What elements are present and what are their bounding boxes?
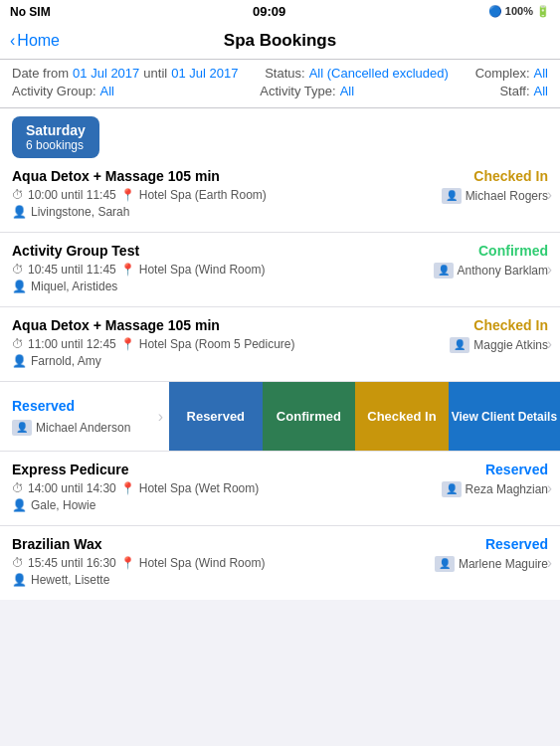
person-icon: 👤 (12, 280, 27, 293)
person-icon: 👤 (12, 205, 27, 219)
booking-item[interactable]: Express Pedicure ⏱ 14:00 until 14:30 📍 H… (0, 451, 560, 525)
booking-right: Reserved 👤 Marlene Maguire (409, 536, 548, 572)
location-value: Hotel Spa (Wind Room) (139, 263, 266, 277)
booking-item[interactable]: Aqua Detox + Massage 105 min ⏱ 11:00 unt… (0, 306, 560, 381)
chevron-icon: › (547, 186, 552, 204)
chevron-icon: › (547, 261, 552, 279)
location-value: Hotel Spa (Earth Room) (139, 188, 267, 202)
booking-client: 👤 Farnold, Amy (12, 354, 409, 368)
swipe-confirmed-button[interactable]: Confirmed (263, 382, 356, 451)
status-badge: Confirmed (478, 243, 548, 259)
nav-bar: ‹ Home Spa Bookings (0, 23, 560, 60)
page-title: Spa Bookings (224, 31, 336, 51)
time-value: 11:00 until 12:45 (28, 337, 116, 351)
staff-row: 👤 Marlene Maguire (435, 556, 548, 572)
booking-client: 👤 Miquel, Aristides (12, 280, 409, 293)
booking-right: Checked In 👤 Michael Rogers (409, 168, 548, 204)
booking-left: Aqua Detox + Massage 105 min ⏱ 11:00 unt… (12, 317, 409, 371)
chevron-icon: › (547, 554, 552, 572)
activity-group-label: Activity Group: (12, 84, 96, 98)
booking-title: Express Pedicure (12, 462, 409, 477)
staff-name: Marlene Maguire (459, 557, 548, 571)
status-badge: Checked In (473, 317, 548, 333)
staff-icon: 👤 (12, 420, 32, 436)
filter-bar: Date from 01 Jul 2017 until 01 Jul 2017 … (0, 60, 560, 108)
clock-icon: ⏱ (12, 188, 24, 202)
booking-time: ⏱ 10:45 until 11:45 📍 Hotel Spa (Wind Ro… (12, 263, 409, 277)
booking-list: Aqua Detox + Massage 105 min ⏱ 10:00 unt… (0, 158, 560, 600)
staff-name: Reza Maghzian (466, 482, 548, 496)
clock-icon: ⏱ (12, 337, 24, 351)
booking-client: 👤 Livingstone, Sarah (12, 205, 409, 219)
date-to-value[interactable]: 01 Jul 2017 (171, 66, 238, 81)
swipe-client-name: Michael Anderson (36, 421, 130, 435)
booking-left: Brazilian Wax ⏱ 15:45 until 16:30 📍 Hote… (12, 536, 409, 590)
swipe-client-row: 👤 Michael Anderson (12, 420, 157, 436)
staff-icon: 👤 (450, 337, 469, 353)
booking-right: Confirmed 👤 Anthony Barklam (409, 243, 548, 279)
location-icon: 📍 (120, 337, 135, 351)
booking-item[interactable]: Activity Group Test ⏱ 10:45 until 11:45 … (0, 232, 560, 306)
staff-row: 👤 Reza Maghzian (442, 481, 548, 497)
staff-name: Maggie Atkins (473, 338, 548, 352)
client-name: Livingstone, Sarah (31, 205, 129, 219)
carrier-label: No SIM (10, 5, 51, 19)
back-chevron-icon: ‹ (10, 32, 15, 50)
booking-item[interactable]: Brazilian Wax ⏱ 15:45 until 16:30 📍 Hote… (0, 525, 560, 600)
booking-title: Aqua Detox + Massage 105 min (12, 317, 409, 333)
location-icon: 📍 (120, 188, 135, 202)
back-label: Home (17, 32, 60, 50)
swipe-chevron-icon: › (158, 408, 163, 426)
client-name: Miquel, Aristides (31, 280, 117, 293)
staff-icon: 👤 (442, 481, 462, 497)
date-pill-container: Saturday 6 bookings (0, 108, 560, 158)
time-value: 14:00 until 14:30 (28, 481, 116, 495)
booking-title: Activity Group Test (12, 243, 409, 259)
time-value: 10:00 until 11:45 (28, 188, 116, 202)
staff-icon: 👤 (442, 188, 462, 204)
person-icon: 👤 (12, 573, 27, 587)
booking-item[interactable]: Aqua Detox + Massage 105 min ⏱ 10:00 unt… (0, 158, 560, 232)
client-name: Hewett, Lisette (31, 573, 109, 587)
swipe-status-badge: Reserved (12, 398, 157, 414)
person-icon: 👤 (12, 354, 27, 368)
status-bar: No SIM 09:09 🔵 100% 🔋 (0, 0, 560, 23)
location-icon: 📍 (120, 481, 135, 495)
time-value: 10:45 until 11:45 (28, 263, 116, 277)
booking-time: ⏱ 14:00 until 14:30 📍 Hotel Spa (Wet Roo… (12, 481, 409, 495)
activity-type-value[interactable]: All (340, 84, 354, 98)
staff-name: Anthony Barklam (458, 264, 548, 278)
booking-client: 👤 Hewett, Lisette (12, 573, 409, 587)
location-value: Hotel Spa (Wind Room) (139, 556, 266, 570)
back-button[interactable]: ‹ Home (10, 32, 60, 50)
staff-value[interactable]: All (534, 84, 548, 98)
status-value[interactable]: All (Cancelled excluded) (309, 66, 449, 81)
booking-left: Activity Group Test ⏱ 10:45 until 11:45 … (12, 243, 409, 296)
swipe-checked-in-button[interactable]: Checked In (355, 382, 449, 451)
booking-right: Checked In 👤 Maggie Atkins (409, 317, 548, 353)
day-name: Saturday (26, 122, 86, 138)
selected-day-pill[interactable]: Saturday 6 bookings (12, 116, 99, 158)
staff-name: Michael Rogers (466, 189, 548, 203)
date-from-label: Date from (12, 66, 69, 81)
staff-label: Staff: (499, 84, 529, 98)
status-badge: Reserved (485, 462, 548, 477)
status-badge: Checked In (473, 168, 548, 184)
chevron-icon: › (547, 335, 552, 353)
booking-time: ⏱ 11:00 until 12:45 📍 Hotel Spa (Room 5 … (12, 337, 409, 351)
booking-left: Express Pedicure ⏱ 14:00 until 14:30 📍 H… (12, 462, 409, 515)
swipe-view-client-details-button[interactable]: View Client Details (449, 382, 560, 451)
swipe-left-content: Reserved 👤 Michael Anderson › (0, 382, 169, 451)
swipe-reserved-button[interactable]: Reserved (169, 382, 263, 451)
activity-group-value[interactable]: All (100, 84, 114, 98)
location-value: Hotel Spa (Wet Room) (139, 481, 260, 495)
location-value: Hotel Spa (Room 5 Pedicure) (139, 337, 295, 351)
booking-client: 👤 Gale, Howie (12, 498, 409, 512)
until-label: until (143, 66, 167, 81)
activity-type-label: Activity Type: (260, 84, 335, 98)
date-from-value[interactable]: 01 Jul 2017 (73, 66, 139, 81)
staff-icon: 👤 (434, 263, 454, 279)
complex-value[interactable]: All (534, 66, 548, 81)
staff-row: 👤 Maggie Atkins (450, 337, 548, 353)
swipe-actions: Reserved Confirmed Checked In View Clien… (169, 382, 560, 451)
